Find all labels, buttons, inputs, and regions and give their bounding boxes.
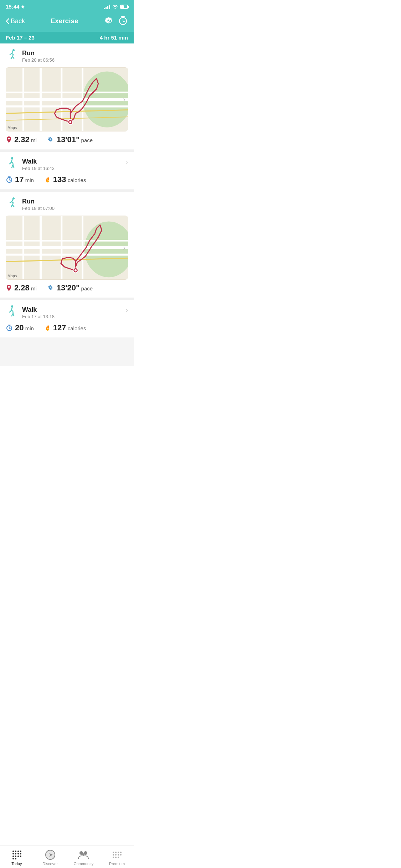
run-2-date: Feb 18 at 07:00 bbox=[22, 206, 55, 211]
walk-activity-2[interactable]: Walk Feb 17 at 13:18 › 20 min bbox=[0, 300, 134, 337]
run-2-pace: 13'20" pace bbox=[47, 283, 93, 293]
flame-icon-2 bbox=[45, 324, 51, 331]
walk-icon-2 bbox=[6, 305, 19, 320]
svg-text:Maps: Maps bbox=[7, 125, 17, 130]
run-1-map[interactable]: Maps › bbox=[6, 67, 128, 131]
walk-2-date: Feb 17 at 13:18 bbox=[22, 314, 55, 319]
walk-2-calories: 127 calories bbox=[45, 323, 86, 332]
total-time: 4 hr 51 min bbox=[100, 35, 128, 41]
run-icon-2 bbox=[6, 197, 19, 212]
walk-1-duration: 17 min bbox=[6, 175, 34, 184]
svg-point-30 bbox=[8, 286, 10, 288]
walk-1-stats: 17 min 133 calories bbox=[6, 175, 128, 184]
nav-bar: Back Exercise bbox=[0, 12, 134, 32]
walk-activity-1[interactable]: Walk Feb 19 at 16:43 › 17 min bbox=[0, 152, 134, 189]
back-chevron-icon bbox=[6, 18, 9, 24]
timer-icon-2 bbox=[6, 324, 13, 331]
run-1-date: Feb 20 at 06:56 bbox=[22, 57, 55, 63]
walk-1-title: Walk bbox=[22, 158, 55, 165]
walk-1-info: Walk Feb 19 at 16:43 bbox=[22, 158, 55, 171]
run-1-distance: 2.32 mi bbox=[6, 135, 37, 144]
run-2-info: Run Feb 18 at 07:00 bbox=[22, 198, 55, 211]
run-icon-1 bbox=[6, 48, 19, 64]
svg-point-12 bbox=[69, 121, 71, 123]
walk-2-left: Walk Feb 17 at 13:18 bbox=[6, 305, 55, 320]
page-title: Exercise bbox=[50, 17, 78, 25]
run-2-title: Run bbox=[22, 198, 55, 205]
run-2-chevron: › bbox=[123, 244, 125, 252]
settings-icon[interactable] bbox=[104, 16, 113, 26]
walk-1-chevron: › bbox=[126, 158, 128, 166]
run-1-pace: 13'01" pace bbox=[47, 135, 93, 144]
distance-icon-2 bbox=[6, 284, 12, 291]
status-left: 15:44 bbox=[6, 4, 25, 10]
nav-icons bbox=[104, 15, 128, 27]
signal-icon bbox=[104, 4, 110, 9]
location-icon bbox=[21, 5, 25, 9]
svg-text:Maps: Maps bbox=[7, 274, 17, 278]
week-bar: Feb 17 – 23 4 hr 51 min bbox=[0, 32, 134, 43]
time-display: 15:44 bbox=[6, 4, 19, 10]
timer-icon-1 bbox=[6, 176, 13, 183]
status-right bbox=[104, 4, 128, 9]
date-range: Feb 17 – 23 bbox=[6, 35, 35, 41]
walk-2-info: Walk Feb 17 at 13:18 bbox=[22, 306, 55, 319]
run-2-map[interactable]: Maps › bbox=[6, 216, 128, 280]
run-1-chevron: › bbox=[123, 96, 125, 103]
flame-icon-1 bbox=[45, 176, 51, 183]
back-button[interactable]: Back bbox=[6, 17, 25, 25]
walk-icon-1 bbox=[6, 157, 19, 172]
pace-icon-2 bbox=[47, 284, 55, 291]
content-area: Run Feb 20 at 06:56 bbox=[0, 43, 134, 366]
battery-icon bbox=[120, 5, 128, 9]
walk-1-calories: 133 calories bbox=[45, 175, 86, 184]
run-1-title: Run bbox=[22, 50, 55, 57]
walk-1-header: Walk Feb 19 at 16:43 › bbox=[6, 157, 128, 172]
walk-2-title: Walk bbox=[22, 306, 55, 314]
svg-point-14 bbox=[8, 138, 10, 140]
wifi-icon bbox=[112, 5, 118, 9]
walk-2-stats: 20 min 127 calories bbox=[6, 323, 128, 332]
walk-1-left: Walk Feb 19 at 16:43 bbox=[6, 157, 55, 172]
back-label: Back bbox=[11, 17, 25, 25]
svg-point-28 bbox=[74, 269, 77, 272]
run-2-distance: 2.28 mi bbox=[6, 283, 37, 293]
run-activity-2[interactable]: Run Feb 18 at 07:00 Maps bbox=[0, 192, 134, 298]
timer-icon[interactable] bbox=[118, 15, 128, 27]
walk-2-duration: 20 min bbox=[6, 323, 34, 332]
walk-2-header: Walk Feb 17 at 13:18 › bbox=[6, 305, 128, 320]
run-activity-1[interactable]: Run Feb 20 at 06:56 bbox=[0, 43, 134, 149]
run-1-stats: 2.32 mi 13'01" pace bbox=[6, 135, 128, 144]
run-2-header: Run Feb 18 at 07:00 bbox=[6, 197, 128, 212]
walk-2-chevron: › bbox=[126, 306, 128, 314]
status-bar: 15:44 bbox=[0, 0, 134, 12]
run-1-header: Run Feb 20 at 06:56 bbox=[6, 48, 128, 64]
run-2-stats: 2.28 mi 13'20" pace bbox=[6, 283, 128, 293]
walk-1-date: Feb 19 at 16:43 bbox=[22, 166, 55, 171]
pace-icon-1 bbox=[47, 136, 55, 143]
distance-icon-1 bbox=[6, 136, 12, 143]
run-1-info: Run Feb 20 at 06:56 bbox=[22, 50, 55, 63]
